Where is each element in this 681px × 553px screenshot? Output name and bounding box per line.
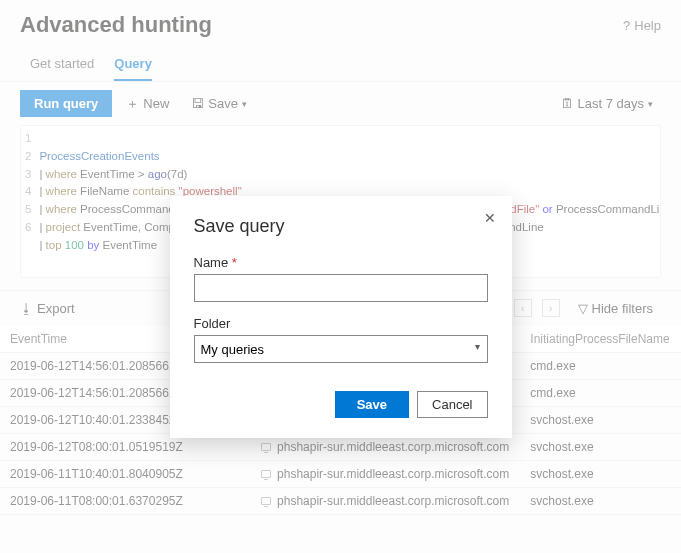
close-icon[interactable]: ✕ [484, 210, 496, 226]
name-label: Name [194, 255, 488, 270]
name-input[interactable] [194, 274, 488, 302]
dialog-cancel-button[interactable]: Cancel [417, 391, 487, 418]
dialog-title: Save query [194, 216, 488, 237]
dialog-save-button[interactable]: Save [335, 391, 409, 418]
folder-label: Folder [194, 316, 488, 331]
folder-select[interactable] [194, 335, 488, 363]
save-query-dialog: ✕ Save query Name Folder ▾ Save Cancel [170, 196, 512, 438]
modal-overlay: ✕ Save query Name Folder ▾ Save Cancel [0, 0, 681, 553]
